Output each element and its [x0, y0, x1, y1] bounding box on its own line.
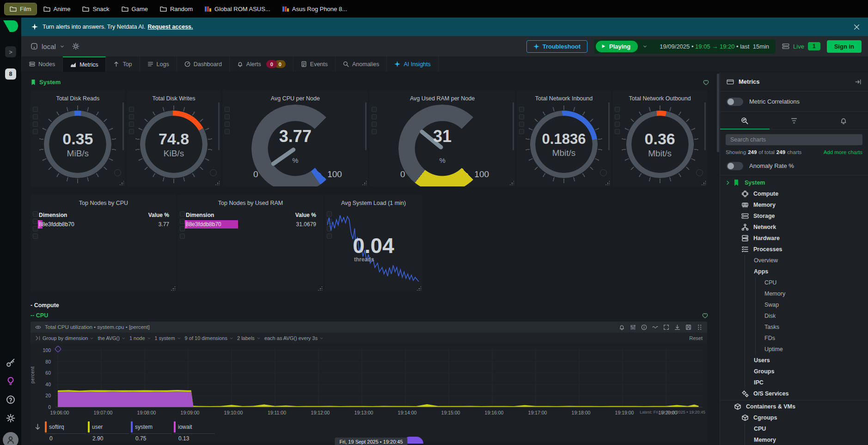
sidebar-tree-item[interactable]: Uptime: [720, 344, 868, 355]
settings-gear-icon[interactable]: [6, 414, 15, 423]
live-node-count-badge[interactable]: 1: [808, 42, 820, 50]
sign-in-button[interactable]: Sign in: [827, 40, 862, 53]
user-avatar[interactable]: [3, 432, 18, 445]
alerts-bell-icon[interactable]: [619, 324, 625, 330]
sidebar-tree-item[interactable]: Processes: [720, 244, 868, 255]
legend-entry[interactable]: iowait 0.13: [174, 421, 215, 442]
sidebar-tree-item[interactable]: Overview: [720, 255, 868, 266]
chart-type-toolbar[interactable]: [129, 107, 134, 134]
sidebar-tree-item[interactable]: Storage: [720, 210, 868, 222]
bookmark-item[interactable]: Film: [5, 3, 37, 15]
gauge-card-net-inbound[interactable]: Total Network Inbound 0.1836Mbit/s: [517, 90, 611, 186]
sidebar-tree-item[interactable]: Cgroups: [720, 412, 868, 423]
troubleshoot-button[interactable]: Troubleshoot: [526, 40, 587, 53]
add-more-charts-link[interactable]: Add more charts: [824, 149, 862, 155]
filter-dropdown[interactable]: 1 system: [155, 335, 181, 341]
top-nodes-cpu-card[interactable]: Top Nodes by CPU DimensionValue % 88e3fd…: [31, 195, 177, 292]
date-range[interactable]: 19/09/2025 • 19:05 → 19:20 • last 15min: [660, 43, 769, 50]
chart-plot-area[interactable]: percent 100806040200: [31, 346, 707, 408]
tab-nodes[interactable]: Nodes: [21, 56, 63, 72]
sidebar-tree-item[interactable]: Apps: [720, 266, 868, 277]
sidebar-tree-item[interactable]: Hardware: [720, 233, 868, 244]
resize-handle[interactable]: [215, 180, 220, 185]
card-scrollbar[interactable]: [704, 102, 706, 150]
save-icon[interactable]: [685, 324, 691, 330]
card-scrollbar[interactable]: [513, 102, 514, 150]
resize-handle[interactable]: [318, 286, 322, 290]
collapse-sidebar-icon[interactable]: [855, 79, 862, 85]
filter-dropdown[interactable]: 1 node: [129, 335, 151, 341]
card-scrollbar[interactable]: [218, 102, 220, 150]
sidebar-tree-item[interactable]: Groups: [720, 366, 868, 377]
avg-system-load-card[interactable]: Avg System Load (1 min) 0.04 threads: [324, 195, 422, 292]
sidebar-tree-item[interactable]: System: [720, 177, 868, 188]
chart-settings-icon[interactable]: [630, 324, 636, 330]
metric-correlations-toggle[interactable]: [727, 98, 743, 106]
tab-events[interactable]: Events: [293, 56, 336, 72]
gauge-card-net-outbound[interactable]: Total Network Outbound 0.36Mbit/s: [612, 90, 707, 186]
filter-dropdown[interactable]: 9 of 10 dimensions: [185, 335, 233, 341]
help-icon[interactable]: [6, 395, 15, 404]
sidebar-tree-item[interactable]: Memory: [720, 434, 868, 445]
bookmark-item[interactable]: Snack: [77, 3, 114, 15]
arrow-down-icon[interactable]: [34, 423, 41, 430]
bookmark-item[interactable]: Random: [155, 3, 198, 15]
download-icon[interactable]: [674, 324, 680, 330]
sidebar-tree-item[interactable]: Compute: [720, 188, 868, 199]
search-charts-input[interactable]: [726, 134, 862, 145]
tab-dashboard[interactable]: Dashboard: [177, 56, 230, 72]
resize-handle[interactable]: [171, 286, 175, 290]
sidebar-tree-item[interactable]: CPU: [720, 423, 868, 434]
insights-bulb-icon[interactable]: [6, 377, 15, 386]
close-icon[interactable]: [854, 24, 860, 30]
sidebar-tree-item[interactable]: Users: [720, 355, 868, 366]
filter-dropdown[interactable]: 2 labels: [237, 335, 261, 341]
sidebar-tab-filters[interactable]: [770, 112, 819, 129]
resize-handle[interactable]: [701, 180, 706, 185]
sidebar-tree-item[interactable]: Disk: [720, 310, 868, 321]
bookmark-item[interactable]: Global ROM ASUS...: [200, 3, 275, 15]
top-nodes-ram-card[interactable]: Top Nodes by Used RAM DimensionValue % 8…: [177, 195, 324, 292]
sidebar-tree-item[interactable]: Tasks: [720, 321, 868, 333]
gauge-card-avg-cpu[interactable]: Avg CPU per Node 3.77 % 0 100: [222, 90, 368, 186]
gauge-card-avg-ram[interactable]: Avg Used RAM per Node 31 % 0 100: [369, 90, 515, 186]
chart-type-toolbar[interactable]: [615, 107, 620, 134]
assistant-key-icon[interactable]: [6, 358, 15, 367]
request-access-link[interactable]: Request access.: [148, 24, 193, 30]
playing-button[interactable]: Playing: [596, 41, 638, 52]
tab-metrics[interactable]: Metrics: [63, 56, 106, 72]
chart-type-toolbar[interactable]: [372, 107, 377, 134]
sidebar-tree-item[interactable]: Swap: [720, 299, 868, 310]
card-scrollbar[interactable]: [608, 102, 610, 150]
filter-dropdown[interactable]: each as AVG() every 3s: [264, 335, 324, 341]
sidebar-tree-item[interactable]: Containers & VMs: [720, 400, 868, 412]
chart-type-toolbar[interactable]: [33, 107, 38, 134]
legend-entry[interactable]: user 2.90: [88, 421, 129, 442]
gauge-card-disk-reads[interactable]: Total Disk Reads 0.35MiB/s: [31, 90, 125, 186]
chart-type-toolbar[interactable]: [225, 107, 230, 134]
resize-handle[interactable]: [119, 180, 124, 185]
chevron-down-icon[interactable]: [642, 44, 648, 49]
gauge-card-disk-writes[interactable]: Total Disk Writes 74.8KiB/s: [127, 90, 221, 186]
filter-dropdown[interactable]: the AVG(): [98, 335, 125, 341]
main-scrollbar-thumb[interactable]: [717, 74, 719, 152]
legend-entry[interactable]: softirq 0: [45, 421, 86, 442]
table-row[interactable]: 88e3fddb8b70 31.0679: [186, 220, 316, 229]
collapse-filters-icon[interactable]: [35, 335, 41, 341]
table-row[interactable]: 88e3fddb8b70 3.77: [39, 220, 169, 229]
resize-handle[interactable]: [509, 180, 514, 185]
sidebar-tree-item[interactable]: Network: [720, 222, 868, 233]
sidebar-tree-item[interactable]: Memory: [720, 288, 868, 299]
bookmark-item[interactable]: Asus Rog Phone 8...: [277, 3, 352, 15]
bookmark-item[interactable]: Game: [116, 3, 153, 15]
cpu-subsection-label[interactable]: -- CPU: [31, 312, 48, 319]
info-icon[interactable]: [641, 324, 647, 330]
bookmark-item[interactable]: Anime: [38, 3, 76, 15]
tab-anomalies[interactable]: Anomalies: [336, 56, 387, 72]
sidebar-tree-item[interactable]: IPC: [720, 377, 868, 388]
compute-section-label[interactable]: - Compute: [31, 302, 710, 309]
sidebar-tree-item[interactable]: CPU: [720, 277, 868, 288]
rail-expand-button[interactable]: >: [5, 46, 16, 57]
cpu-utilization-chart-card[interactable]: Total CPU utilization • system.cpu • [pe…: [31, 321, 707, 442]
drag-handle-icon[interactable]: [697, 324, 703, 330]
